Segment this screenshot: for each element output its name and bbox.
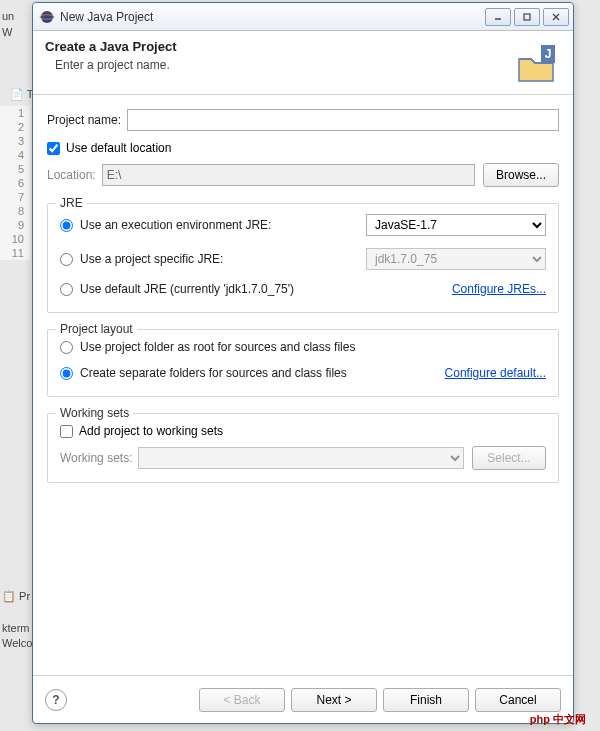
project-layout-legend: Project layout [56,322,137,336]
location-label: Location: [47,168,96,182]
jre-exec-env-combo[interactable]: JavaSE-1.7 [366,214,546,236]
select-working-sets-button: Select... [472,446,546,470]
add-to-working-sets-checkbox[interactable] [60,425,73,438]
browse-button[interactable]: Browse... [483,163,559,187]
panel-fragment-pr: 📋 Pr [2,590,30,603]
svg-text:J: J [545,47,552,61]
location-input [102,164,475,186]
back-button: < Back [199,688,285,712]
project-name-label: Project name: [47,113,121,127]
cancel-button[interactable]: Cancel [475,688,561,712]
jre-project-specific-combo: jdk1.7.0_75 [366,248,546,270]
working-sets-label: Working sets: [60,451,132,465]
eclipse-icon [39,9,55,25]
new-java-project-dialog: New Java Project Create a Java Project E… [32,2,574,724]
add-to-working-sets-label: Add project to working sets [79,424,223,438]
jre-exec-env-label: Use an execution environment JRE: [80,218,366,232]
wizard-content: Project name: Use default location Locat… [33,95,573,675]
menu-fragment: un [2,10,14,22]
layout-project-folder-label: Use project folder as root for sources a… [80,340,546,354]
working-sets-combo [138,447,464,469]
jre-project-specific-label: Use a project specific JRE: [80,252,366,266]
wizard-banner: Create a Java Project Enter a project na… [33,31,573,95]
minimize-button[interactable] [485,8,511,26]
wizard-footer: ? < Back Next > Finish Cancel [33,675,573,723]
jre-legend: JRE [56,196,87,210]
svg-rect-3 [524,14,530,20]
project-layout-group: Project layout Use project folder as roo… [47,329,559,397]
jre-project-specific-radio[interactable] [60,253,73,266]
svg-point-0 [41,11,53,23]
menu-fragment-w: W [2,26,12,38]
panel-fragment-kterm: kterm [2,622,30,634]
window-title: New Java Project [60,10,482,24]
layout-separate-folders-radio[interactable] [60,367,73,380]
jre-exec-env-radio[interactable] [60,219,73,232]
layout-separate-folders-label: Create separate folders for sources and … [80,366,445,380]
working-sets-group: Working sets Add project to working sets… [47,413,559,483]
close-button[interactable] [543,8,569,26]
project-name-input[interactable] [127,109,559,131]
banner-title: Create a Java Project [45,39,513,54]
watermark-logo: php 中文网 [530,712,586,727]
help-icon: ? [52,693,59,707]
maximize-button[interactable] [514,8,540,26]
configure-jres-link[interactable]: Configure JREs... [452,282,546,296]
working-sets-legend: Working sets [56,406,133,420]
line-numbers: 1234567891011 [0,106,30,260]
use-default-location-checkbox[interactable] [47,142,60,155]
banner-message: Enter a project name. [55,58,513,72]
titlebar[interactable]: New Java Project [33,3,573,31]
jre-group: JRE Use an execution environment JRE: Ja… [47,203,559,313]
help-button[interactable]: ? [45,689,67,711]
configure-default-link[interactable]: Configure default... [445,366,546,380]
panel-fragment-welco: Welco [2,637,32,649]
java-project-icon: J [513,39,561,87]
next-button[interactable]: Next > [291,688,377,712]
jre-default-label: Use default JRE (currently 'jdk1.7.0_75'… [80,282,452,296]
use-default-location-label: Use default location [66,141,171,155]
layout-project-folder-radio[interactable] [60,341,73,354]
finish-button[interactable]: Finish [383,688,469,712]
jre-default-radio[interactable] [60,283,73,296]
